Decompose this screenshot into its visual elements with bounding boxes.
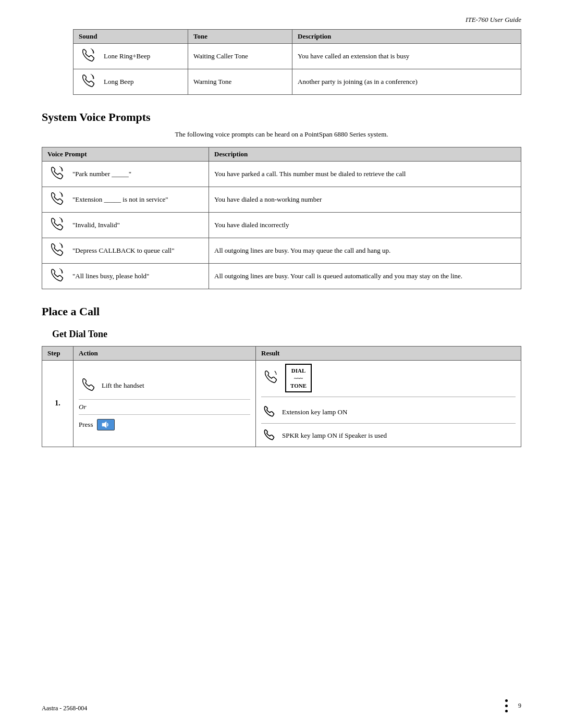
action-col-header: Action [74,347,256,361]
action-lift: Lift the handset [102,381,144,390]
voice-prompts-intro: The following voice prompts can be heard… [42,130,521,139]
sound-label-1: Lone Ring+Beep [104,52,150,60]
footer-left: Aastra - 2568-004 [42,705,87,712]
vp-prompt-3: "Invalid, Invalid" [72,221,120,229]
phone-ringing-icon [79,47,97,66]
table-row: Long Beep Warning Tone Another party is … [74,69,521,95]
result-dial-tone-row: DIAL ~~~ TONE [261,364,516,397]
action-cell: Lift the handset Or Press [74,361,256,447]
vp-desc-3: You have dialed incorrectly [209,213,521,238]
sound-cell-2: Long Beep [74,69,188,95]
sound-col-header: Sound [74,30,188,44]
system-voice-prompts-title: System Voice Prompts [42,110,521,124]
vp-desc-2: You have dialed a non-working number [209,187,521,213]
press-label: Press [79,421,93,429]
result-spkr-row: SPKR key lamp ON if Speaker is used [261,426,516,443]
vp-cell-4: "Depress CALLBACK to queue call" [42,238,209,264]
desc-cell-1: You have called an extension that is bus… [292,44,521,69]
dial-tone-line2: ~~~ [290,374,307,381]
speaker-key-button[interactable] [97,419,115,430]
vp-cell-3: "Invalid, Invalid" [42,213,209,238]
step-table: Step Action Result 1. Lift the handset O… [42,346,521,447]
table-row: "Park number _____" You have parked a ca… [42,162,521,187]
table-row: 1. Lift the handset Or Press [42,361,521,447]
phone-vp-icon-4 [47,241,66,260]
table-row: "Depress CALLBACK to queue call" All out… [42,238,521,264]
vp-prompt-1: "Park number _____" [72,170,131,178]
page-footer: Aastra - 2568-004 9 [42,699,521,712]
page-header: ITE-760 User Guide [42,16,521,24]
dial-tone-box: DIAL ~~~ TONE [285,364,312,392]
table-row: "Extension _____ is not in service" You … [42,187,521,213]
description-col-header: Description [292,30,521,44]
phone-result-icon-1 [261,368,280,387]
table-row: "All lines busy, please hold" All outgoi… [42,264,521,289]
top-table-wrapper: Sound Tone Description Lone R [73,29,521,95]
or-text: Or [79,403,86,411]
vp-cell-5: "All lines busy, please hold" [42,264,209,289]
sound-label-2: Long Beep [104,78,133,86]
footer-page-number: 9 [518,702,521,710]
step-col-header: Step [42,347,74,361]
svg-marker-0 [102,422,106,428]
phone-vp-icon-1 [47,165,66,183]
result-cell: DIAL ~~~ TONE Extension key lamp ON [256,361,521,447]
table-row: "Invalid, Invalid" You have dialed incor… [42,213,521,238]
result-ext-row: Extension key lamp ON [261,401,516,424]
result-ext-text: Extension key lamp ON [282,408,347,416]
desc-cell-2: Another party is joining (as in a confer… [292,69,521,95]
phone-result-icon-2 [261,404,277,420]
sound-tone-table: Sound Tone Description Lone R [73,29,521,95]
header-title: ITE-760 User Guide [466,16,521,23]
dot-2 [505,705,508,707]
dot-1 [505,699,508,702]
step-number: 1. [42,361,74,447]
vp-prompt-2: "Extension _____ is not in service" [72,195,168,204]
result-col-header: Result [256,347,521,361]
place-a-call-title: Place a Call [42,305,521,318]
dot-3 [505,710,508,712]
dial-tone-line1: DIAL [290,367,307,374]
phone-result-icon-3 [261,428,277,443]
phone-beep-icon [79,72,97,91]
vp-desc-4: All outgoing lines are busy. You may que… [209,238,521,264]
dial-tone-line3: TONE [290,382,307,389]
result-spkr-text: SPKR key lamp ON if Speaker is used [282,431,387,440]
vp-prompt-5: "All lines busy, please hold" [72,272,149,280]
vp-cell-1: "Park number _____" [42,162,209,187]
vp-desc-1: You have parked a call. This number must… [209,162,521,187]
vp-prompt-4: "Depress CALLBACK to queue call" [72,246,174,255]
table-row: Lone Ring+Beep Waiting Caller Tone You h… [74,44,521,69]
tone-cell-2: Warning Tone [188,69,292,95]
tone-col-header: Tone [188,30,292,44]
vp-cell-2: "Extension _____ is not in service" [42,187,209,213]
phone-handset-icon [79,376,97,395]
get-dial-tone-subtitle: Get Dial Tone [52,329,521,340]
sound-cell-1: Lone Ring+Beep [74,44,188,69]
phone-vp-icon-3 [47,216,66,235]
phone-vp-icon-5 [47,267,66,286]
vp-desc-col-header: Description [209,147,521,162]
vp-col-header: Voice Prompt [42,147,209,162]
footer-dots [505,699,508,712]
phone-vp-icon-2 [47,190,66,209]
voice-prompt-table: Voice Prompt Description "Park number __… [42,147,521,289]
tone-cell-1: Waiting Caller Tone [188,44,292,69]
speaker-icon [102,421,110,428]
vp-desc-5: All outgoing lines are busy. Your call i… [209,264,521,289]
